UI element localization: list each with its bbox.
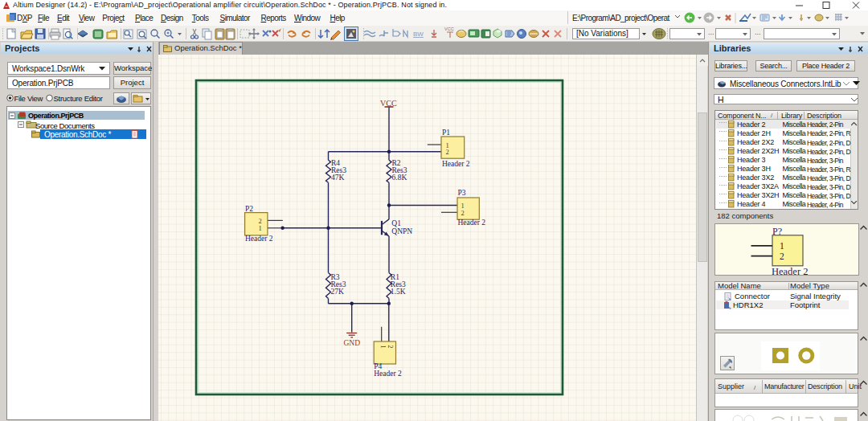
svg-text:Header 2: Header 2	[458, 219, 486, 227]
svg-text:VCC: VCC	[444, 27, 454, 31]
svg-text:P2: P2	[245, 205, 253, 213]
svg-text:1.5K: 1.5K	[391, 288, 406, 296]
svg-text:2: 2	[780, 251, 784, 261]
svg-text:2: 2	[446, 148, 449, 156]
svg-text:6.8K: 6.8K	[392, 174, 407, 182]
svg-text:2: 2	[387, 345, 394, 349]
svg-text:27K: 27K	[331, 288, 345, 296]
svg-text:1: 1	[379, 345, 387, 349]
svg-text:1: 1	[259, 224, 262, 232]
svg-text:Header 2: Header 2	[374, 370, 402, 378]
svg-text:1: 1	[780, 241, 784, 251]
svg-text:VCC: VCC	[380, 99, 397, 108]
svg-text:2: 2	[259, 217, 262, 225]
svg-text:Header 2: Header 2	[442, 160, 470, 168]
svg-text:2: 2	[461, 209, 465, 217]
svg-text:P1: P1	[442, 129, 450, 137]
svg-text:47K: 47K	[331, 174, 345, 182]
svg-text:GND: GND	[344, 339, 361, 347]
svg-text:P4: P4	[374, 362, 382, 370]
svg-text:Q1: Q1	[391, 219, 401, 227]
svg-text:QNPN: QNPN	[391, 227, 412, 235]
svg-text:Header 2: Header 2	[245, 235, 273, 243]
svg-text:Header 2: Header 2	[772, 266, 808, 276]
svg-text:P3: P3	[458, 189, 466, 197]
svg-text:BW: BW	[413, 31, 424, 38]
